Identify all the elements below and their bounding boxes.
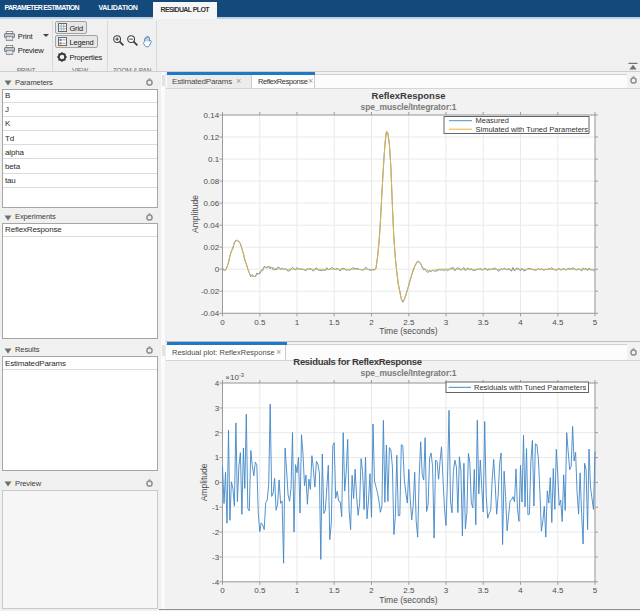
svg-text:spe_muscle/Integrator:1: spe_muscle/Integrator:1 <box>361 368 457 378</box>
svg-text:ReflexResponse: ReflexResponse <box>372 90 446 101</box>
svg-text:-2: -2 <box>212 528 220 537</box>
svg-text:0: 0 <box>215 478 220 487</box>
svg-text:5: 5 <box>593 586 598 595</box>
svg-text:Time (seconds): Time (seconds) <box>379 595 437 605</box>
svg-text:-0.02: -0.02 <box>201 287 220 296</box>
svg-text:0.06: 0.06 <box>204 199 220 208</box>
svg-text:4: 4 <box>518 586 523 595</box>
svg-text:Amplitude: Amplitude <box>190 195 200 233</box>
svg-text:Amplitude: Amplitude <box>199 463 209 501</box>
svg-text:0.14: 0.14 <box>204 111 220 120</box>
svg-text:1: 1 <box>295 586 300 595</box>
svg-text:-0.04: -0.04 <box>201 309 220 318</box>
svg-text:0.02: 0.02 <box>204 243 220 252</box>
svg-text:0.5: 0.5 <box>254 318 266 327</box>
svg-text:0: 0 <box>220 586 225 595</box>
svg-text:spe_muscle/Integrator:1: spe_muscle/Integrator:1 <box>361 102 457 112</box>
svg-text:0.08: 0.08 <box>204 177 220 186</box>
svg-text:1.5: 1.5 <box>329 318 341 327</box>
svg-text:Time (seconds): Time (seconds) <box>379 326 437 336</box>
svg-text:4.5: 4.5 <box>552 318 564 327</box>
svg-text:1: 1 <box>295 318 300 327</box>
svg-text:0: 0 <box>215 265 220 274</box>
svg-text:4.5: 4.5 <box>552 586 564 595</box>
svg-text:Residuals with Tuned Parameter: Residuals with Tuned Parameters <box>474 383 586 392</box>
svg-text:3: 3 <box>444 318 449 327</box>
svg-text:2.5: 2.5 <box>403 586 415 595</box>
svg-text:5: 5 <box>593 318 598 327</box>
svg-text:×10-3: ×10-3 <box>225 372 244 382</box>
svg-text:3.5: 3.5 <box>478 586 490 595</box>
svg-text:3.5: 3.5 <box>478 318 490 327</box>
svg-text:2: 2 <box>215 429 220 438</box>
svg-text:0.04: 0.04 <box>204 221 220 230</box>
svg-text:4: 4 <box>215 379 220 388</box>
svg-text:3: 3 <box>444 586 449 595</box>
svg-text:3: 3 <box>215 404 220 413</box>
svg-text:0.5: 0.5 <box>254 586 266 595</box>
svg-text:Simulated with Tuned Parameter: Simulated with Tuned Parameters <box>476 125 589 134</box>
svg-text:4: 4 <box>518 318 523 327</box>
svg-text:0.1: 0.1 <box>208 155 220 164</box>
svg-text:-3: -3 <box>212 553 220 562</box>
svg-text:1: 1 <box>215 453 220 462</box>
svg-text:-4: -4 <box>212 578 220 587</box>
svg-text:1.5: 1.5 <box>329 586 341 595</box>
svg-text:2: 2 <box>369 586 374 595</box>
svg-text:0.12: 0.12 <box>204 133 220 142</box>
svg-text:0: 0 <box>220 318 225 327</box>
svg-text:2: 2 <box>369 318 374 327</box>
svg-text:-1: -1 <box>212 503 220 512</box>
svg-text:Residuals for ReflexResponse: Residuals for ReflexResponse <box>293 356 421 367</box>
